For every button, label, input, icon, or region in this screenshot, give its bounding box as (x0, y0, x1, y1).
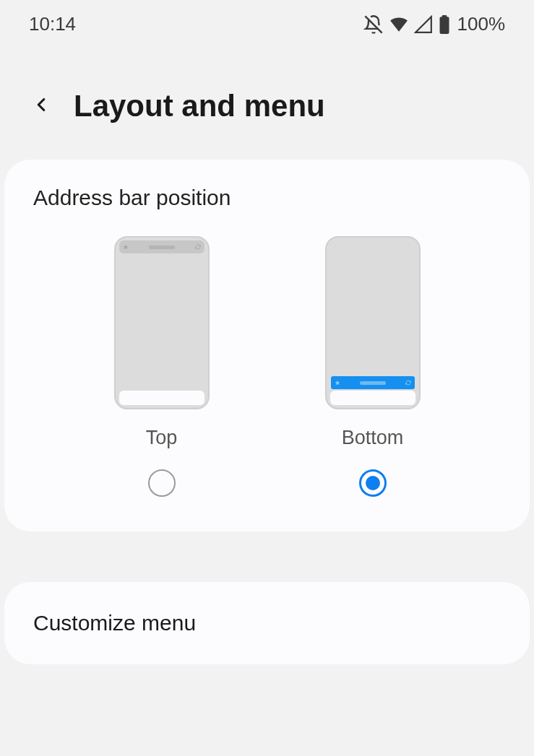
address-bar-options: Top Bottom (33, 236, 501, 497)
page-header: Layout and menu (0, 45, 534, 160)
customize-menu-item[interactable]: Customize menu (4, 582, 530, 664)
customize-menu-label: Customize menu (33, 611, 501, 635)
signal-icon (414, 15, 433, 34)
svg-marker-3 (123, 245, 128, 250)
address-bar-section-label: Address bar position (33, 186, 501, 210)
status-time: 10:14 (29, 13, 76, 35)
radio-bottom[interactable] (359, 469, 387, 497)
battery-percent: 100% (457, 13, 506, 35)
option-top-label: Top (146, 427, 178, 449)
svg-rect-2 (439, 17, 449, 34)
wifi-icon (389, 15, 408, 34)
option-top[interactable]: Top (114, 236, 210, 497)
radio-top[interactable] (148, 469, 176, 497)
svg-marker-4 (335, 381, 340, 386)
preview-top-icon (114, 236, 210, 409)
status-right: 100% (363, 13, 506, 35)
notification-off-icon (363, 14, 384, 35)
option-bottom[interactable]: Bottom (325, 236, 421, 497)
battery-icon (439, 15, 450, 34)
status-bar: 10:14 100% (0, 0, 534, 45)
preview-bottom-icon (325, 236, 421, 409)
page-title: Layout and menu (74, 89, 325, 123)
address-bar-position-card: Address bar position Top (4, 160, 530, 531)
back-icon[interactable] (30, 90, 52, 122)
option-bottom-label: Bottom (342, 427, 404, 449)
